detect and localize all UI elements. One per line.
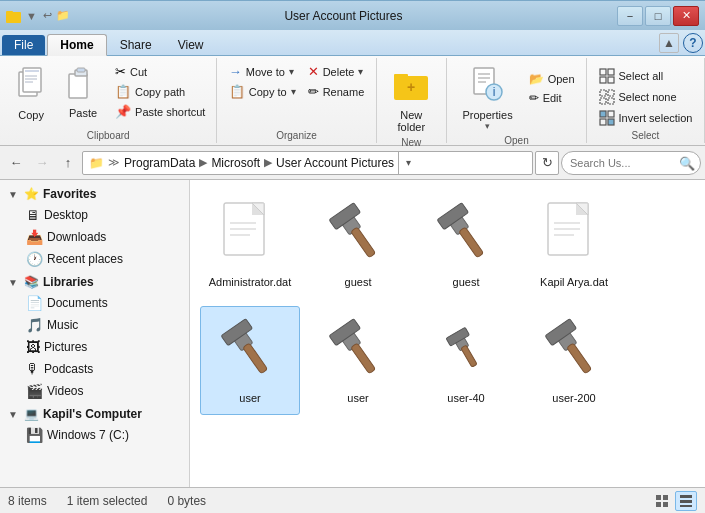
svg-text:i: i (492, 85, 495, 99)
favorites-label: Favorites (43, 187, 96, 201)
path-programdata[interactable]: ProgramData (124, 156, 195, 170)
select-none-button[interactable]: Select none (595, 87, 697, 107)
videos-icon: 🎬 (26, 383, 43, 399)
window-icon (6, 8, 22, 24)
favorites-expand-icon: ▼ (8, 189, 20, 200)
svg-rect-40 (351, 227, 376, 258)
sidebar-item-videos[interactable]: 🎬 Videos (0, 380, 189, 402)
sidebar-header-favorites[interactable]: ▼ ⭐ Favorites (0, 184, 189, 204)
file-user2[interactable]: user (308, 306, 408, 414)
collapse-ribbon-button[interactable]: ▲ (659, 33, 679, 53)
tab-share[interactable]: Share (107, 34, 165, 55)
properties-button[interactable]: i Properties ▾ (455, 62, 521, 135)
file-user200[interactable]: user-200 (524, 306, 624, 414)
svg-text:+: + (407, 79, 415, 95)
copy-button[interactable]: Copy (7, 62, 55, 125)
file-guest2[interactable]: guest (416, 190, 516, 298)
forward-button[interactable]: → (30, 151, 54, 175)
delete-label: Delete (323, 66, 355, 78)
document-icon-administrator (222, 201, 278, 269)
organize-buttons2: ✕ Delete ▾ ✏ Rename (304, 62, 369, 101)
cut-icon: ✂ (115, 64, 126, 79)
minimize-button[interactable]: − (617, 6, 643, 26)
open-group: i Properties ▾ 📂 Open ✏ Edit Open (447, 58, 587, 143)
maximize-button[interactable]: □ (645, 6, 671, 26)
select-all-button[interactable]: Select all (595, 66, 697, 86)
tab-view[interactable]: View (165, 34, 217, 55)
address-dropdown[interactable]: ▾ (398, 151, 418, 175)
sidebar-item-pictures[interactable]: 🖼 Pictures (0, 336, 189, 358)
back-button[interactable]: ← (4, 151, 28, 175)
svg-rect-68 (680, 505, 692, 507)
hammer-icon-user1 (215, 316, 285, 386)
sidebar-item-music[interactable]: 🎵 Music (0, 314, 189, 336)
file-administrator[interactable]: Administrator.dat (200, 190, 300, 298)
edit-button[interactable]: ✏ Edit (525, 89, 579, 107)
pictures-label: Pictures (44, 340, 87, 354)
select-none-icon (599, 89, 615, 105)
file-kapil[interactable]: Kapil Arya.dat (524, 190, 624, 298)
sidebar-item-podcasts[interactable]: 🎙 Podcasts (0, 358, 189, 380)
status-left: 8 items 1 item selected 0 bytes (8, 494, 206, 508)
status-bar: 8 items 1 item selected 0 bytes (0, 487, 705, 513)
recent-icon: 🕐 (26, 251, 43, 267)
svg-rect-24 (600, 90, 606, 96)
up-button[interactable]: ↑ (56, 151, 80, 175)
tab-home[interactable]: Home (47, 34, 106, 56)
new-folder-button[interactable]: + New folder (384, 62, 438, 137)
sidebar: ▼ ⭐ Favorites 🖥 Desktop 📥 Downloads 🕐 Re… (0, 180, 190, 487)
close-button[interactable]: ✕ (673, 6, 699, 26)
file-guest1[interactable]: guest (308, 190, 408, 298)
sidebar-item-recent[interactable]: 🕐 Recent places (0, 248, 189, 270)
icon-view-button[interactable] (651, 491, 673, 511)
new-group: + New folder New (377, 58, 448, 143)
svg-rect-1 (6, 11, 13, 14)
sidebar-header-computer[interactable]: ▼ 💻 Kapil's Computer (0, 404, 189, 424)
downloads-icon: 📥 (26, 229, 43, 245)
clipboard-items: Copy Paste ✂ Cut (7, 62, 209, 130)
file-user1[interactable]: user (200, 306, 300, 414)
details-view-button[interactable] (675, 491, 697, 511)
address-path[interactable]: 📁 ≫ ProgramData ▶ Microsoft ▶ User Accou… (82, 151, 533, 175)
open-button[interactable]: 📂 Open (525, 70, 579, 88)
hammer-icon-user2 (323, 316, 393, 386)
path-uap[interactable]: User Account Pictures (276, 156, 394, 170)
svg-rect-66 (680, 495, 692, 498)
file-icon-wrapper-kapil (538, 199, 610, 271)
refresh-button[interactable]: ↻ (535, 151, 559, 175)
sidebar-header-libraries[interactable]: ▼ 📚 Libraries (0, 272, 189, 292)
rename-label: Rename (323, 86, 365, 98)
sidebar-item-windows7[interactable]: 💾 Windows 7 (C:) (0, 424, 189, 446)
rename-button[interactable]: ✏ Rename (304, 82, 369, 101)
move-to-button[interactable]: → Move to ▾ (225, 62, 300, 81)
organize-buttons: → Move to ▾ 📋 Copy to ▾ (225, 62, 300, 101)
copy-to-button[interactable]: 📋 Copy to ▾ (225, 82, 300, 101)
selected-size: 0 bytes (167, 494, 206, 508)
clipboard-group-label: Clipboard (87, 130, 130, 143)
svg-rect-30 (600, 119, 606, 125)
path-microsoft[interactable]: Microsoft (211, 156, 260, 170)
select-none-label: Select none (619, 91, 677, 103)
tab-file[interactable]: File (2, 35, 45, 55)
svg-rect-23 (608, 77, 614, 83)
file-label-kapil: Kapil Arya.dat (540, 275, 608, 289)
invert-selection-button[interactable]: Invert selection (595, 108, 697, 128)
sidebar-section-favorites: ▼ ⭐ Favorites 🖥 Desktop 📥 Downloads 🕐 Re… (0, 184, 189, 270)
open-small-buttons: 📂 Open ✏ Edit (525, 70, 579, 107)
sidebar-item-downloads[interactable]: 📥 Downloads (0, 226, 189, 248)
paste-button[interactable]: Paste (59, 62, 107, 123)
file-icon-wrapper-user1 (214, 315, 286, 387)
cut-button[interactable]: ✂ Cut (111, 62, 209, 81)
file-user40[interactable]: user-40 (416, 306, 516, 414)
select-group-label: Select (632, 130, 660, 143)
organize-group: → Move to ▾ 📋 Copy to ▾ ✕ Delete ▾ ✏ (217, 58, 376, 143)
sidebar-item-documents[interactable]: 📄 Documents (0, 292, 189, 314)
delete-button[interactable]: ✕ Delete ▾ (304, 62, 369, 81)
paste-shortcut-button[interactable]: 📌 Paste shortcut (111, 102, 209, 121)
search-input[interactable] (561, 151, 701, 175)
sidebar-item-desktop[interactable]: 🖥 Desktop (0, 204, 189, 226)
select-group: Select all Select none Invert se (587, 58, 705, 143)
help-button[interactable]: ? (683, 33, 703, 53)
copy-path-button[interactable]: 📋 Copy path (111, 82, 209, 101)
copy-path-label: Copy path (135, 86, 185, 98)
